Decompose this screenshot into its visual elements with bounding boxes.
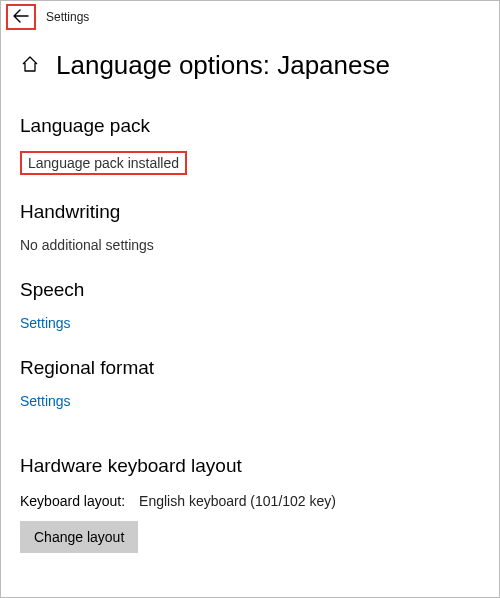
section-heading-language-pack: Language pack xyxy=(20,115,480,137)
section-heading-speech: Speech xyxy=(20,279,480,301)
speech-settings-link[interactable]: Settings xyxy=(20,315,480,331)
handwriting-status: No additional settings xyxy=(20,237,480,253)
section-heading-hardware-keyboard: Hardware keyboard layout xyxy=(20,455,480,477)
keyboard-layout-label: Keyboard layout: xyxy=(20,493,125,509)
home-button[interactable] xyxy=(20,56,40,76)
language-pack-status-text: Language pack installed xyxy=(28,155,179,171)
regional-format-settings-link[interactable]: Settings xyxy=(20,393,480,409)
section-heading-handwriting: Handwriting xyxy=(20,201,480,223)
keyboard-layout-value: English keyboard (101/102 key) xyxy=(139,493,336,509)
section-heading-regional-format: Regional format xyxy=(20,357,480,379)
back-button[interactable] xyxy=(6,4,36,30)
language-pack-status: Language pack installed xyxy=(20,151,187,175)
change-layout-button[interactable]: Change layout xyxy=(20,521,138,553)
home-icon xyxy=(21,55,39,76)
page-title: Language options: Japanese xyxy=(56,50,390,81)
app-title: Settings xyxy=(46,10,89,24)
arrow-left-icon xyxy=(13,8,29,27)
